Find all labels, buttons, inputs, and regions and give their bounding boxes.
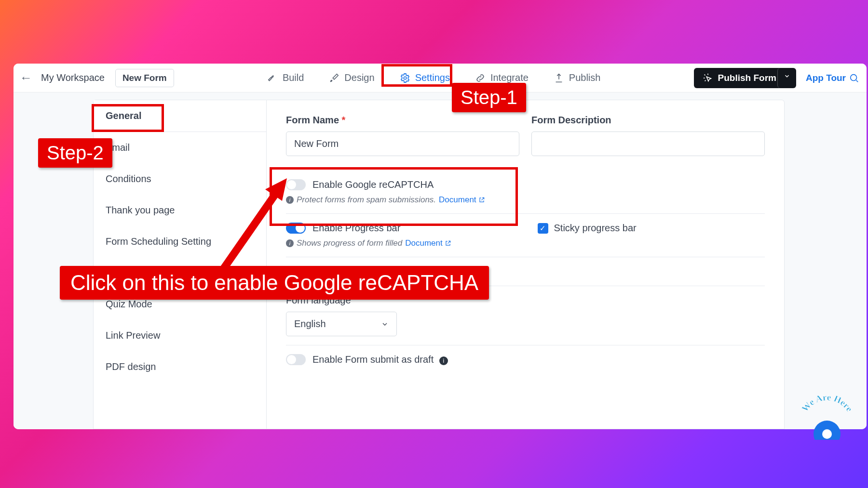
- brush-icon: [329, 73, 339, 83]
- language-select[interactable]: English: [286, 312, 397, 336]
- link-icon: [475, 73, 486, 83]
- app-tour-link[interactable]: App Tour: [806, 73, 859, 83]
- progress-helper: i Shows progress of form filled Document: [286, 238, 514, 248]
- search-icon: [849, 73, 859, 83]
- tab-settings-label: Settings: [415, 72, 450, 83]
- sidebar-item-link-preview[interactable]: Link Preview: [94, 320, 266, 351]
- publish-form-button[interactable]: Publish Form: [694, 68, 785, 88]
- wrench-icon: [267, 73, 278, 83]
- annotation-step1: Step-1: [452, 83, 526, 112]
- external-link-icon: [445, 240, 451, 247]
- recaptcha-setting: Enable Google reCAPTCHA i Protect forms …: [286, 171, 765, 214]
- publish-form-label: Publish Form: [718, 73, 776, 83]
- draft-toggle[interactable]: [286, 354, 306, 365]
- external-link-icon: [478, 197, 485, 203]
- tab-build[interactable]: Build: [263, 66, 308, 90]
- back-arrow-icon[interactable]: ←: [21, 73, 31, 83]
- form-name-label: Form Name *: [286, 115, 519, 126]
- progress-toggle[interactable]: [286, 223, 306, 234]
- sidebar-item-pdf-design[interactable]: PDF design: [94, 351, 266, 382]
- upload-icon: [554, 73, 564, 83]
- recaptcha-helper: i Protect forms from spam submissions. D…: [286, 195, 765, 205]
- progress-setting: Enable Progress bar i Shows progress of …: [286, 214, 765, 257]
- topbar: ← My Workspace New Form Build Design Set…: [14, 64, 867, 92]
- sidebar-item-conditions[interactable]: Conditions: [94, 163, 266, 195]
- annotation-step2: Step-2: [38, 138, 112, 168]
- tab-integrate-label: Integrate: [490, 72, 529, 83]
- svg-point-1: [851, 74, 857, 80]
- form-name-input[interactable]: [286, 132, 519, 156]
- form-breadcrumb-tab[interactable]: New Form: [115, 69, 174, 87]
- form-desc-input[interactable]: [531, 132, 765, 156]
- tab-settings[interactable]: Settings: [396, 66, 454, 90]
- sidebar-item-email[interactable]: Email: [94, 132, 266, 163]
- draft-setting: Enable Form submit as draft i: [286, 345, 765, 374]
- chevron-down-icon: [784, 73, 790, 79]
- app-window: ← My Workspace New Form Build Design Set…: [14, 64, 867, 429]
- app-tour-label: App Tour: [806, 73, 846, 83]
- sidebar-item-thankyou[interactable]: Thank you page: [94, 195, 266, 226]
- annotation-main-callout: Click on this to enable Google reCAPTCHA: [60, 266, 489, 300]
- sticky-progress-label: Sticky progress bar: [554, 223, 637, 234]
- progress-doc-link[interactable]: Document: [405, 238, 451, 248]
- tab-publish[interactable]: Publish: [550, 66, 605, 90]
- settings-sidebar: General Email Conditions Thank you page …: [93, 100, 267, 429]
- chevron-down-icon: [381, 320, 389, 328]
- svg-text:We Are Here: We Are Here: [800, 392, 855, 413]
- recaptcha-toggle[interactable]: [286, 179, 306, 190]
- sidebar-item-general[interactable]: General: [94, 100, 266, 132]
- info-icon: i: [286, 196, 294, 204]
- pointer-click-icon: [703, 73, 713, 83]
- settings-content: Form Name * Form Description Enable Goog…: [267, 100, 785, 429]
- svg-point-5: [822, 429, 832, 439]
- form-desc-label: Form Description: [531, 115, 765, 126]
- language-value: English: [294, 318, 326, 330]
- tab-design[interactable]: Design: [325, 66, 378, 90]
- draft-label: Enable Form submit as draft i: [312, 354, 448, 365]
- publish-dropdown-button[interactable]: [777, 68, 796, 88]
- recaptcha-label: Enable Google reCAPTCHA: [312, 179, 434, 190]
- gear-icon: [400, 73, 410, 83]
- we-are-here-badge: We Are Here: [796, 392, 858, 440]
- info-icon: i: [286, 239, 294, 247]
- tab-publish-label: Publish: [569, 72, 601, 83]
- tab-design-label: Design: [344, 72, 374, 83]
- tab-build-label: Build: [283, 72, 304, 83]
- svg-point-0: [404, 77, 407, 79]
- main-nav-tabs: Build Design Settings Integrate Publish: [263, 66, 605, 90]
- progress-label: Enable Progress bar: [312, 223, 400, 234]
- sticky-progress-checkbox[interactable]: ✓: [538, 223, 548, 234]
- sidebar-item-scheduling[interactable]: Form Scheduling Setting: [94, 226, 266, 257]
- workspace-breadcrumb[interactable]: My Workspace: [41, 72, 105, 83]
- recaptcha-doc-link[interactable]: Document: [439, 195, 485, 205]
- info-icon: i: [439, 356, 448, 365]
